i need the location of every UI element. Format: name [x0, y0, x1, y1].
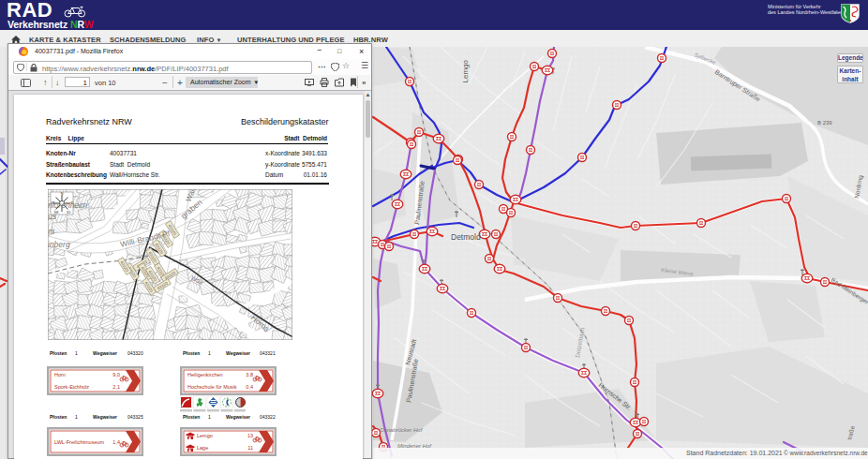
svg-text:Lemgo: Lemgo [461, 59, 470, 82]
svg-text:Osnabrücker Hof: Osnabrücker Hof [380, 427, 424, 433]
svg-text:Detmold: Detmold [451, 232, 481, 242]
svg-text:B 239: B 239 [817, 120, 832, 126]
